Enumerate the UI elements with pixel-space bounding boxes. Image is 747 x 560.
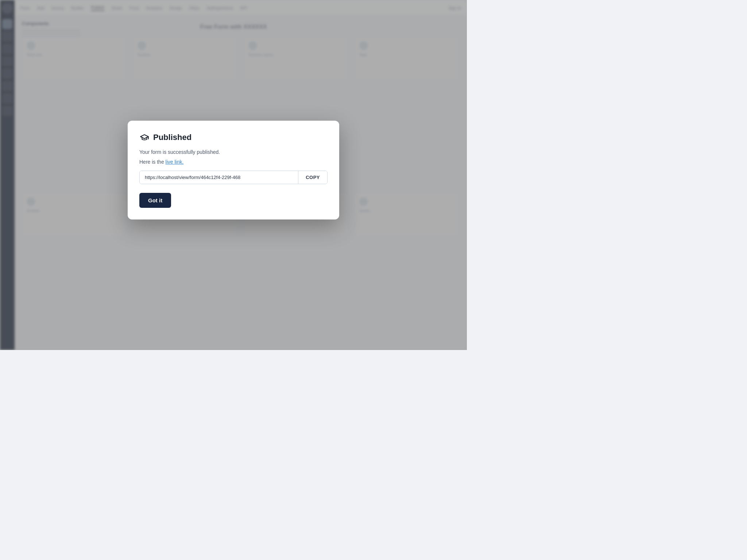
copy-button[interactable]: COPY <box>298 171 327 184</box>
modal-description: Your form is successfully published. <box>139 148 328 156</box>
live-link[interactable]: live link. <box>166 159 184 165</box>
published-icon <box>139 132 150 143</box>
url-input[interactable] <box>140 171 298 184</box>
modal-header: Published <box>139 132 328 143</box>
modal-live-link-text: Here is the live link. <box>139 159 328 165</box>
url-row: COPY <box>139 171 328 184</box>
got-it-button[interactable]: Got it <box>139 193 171 208</box>
published-modal: Published Your form is successfully publ… <box>128 121 339 219</box>
modal-title: Published <box>153 133 191 142</box>
